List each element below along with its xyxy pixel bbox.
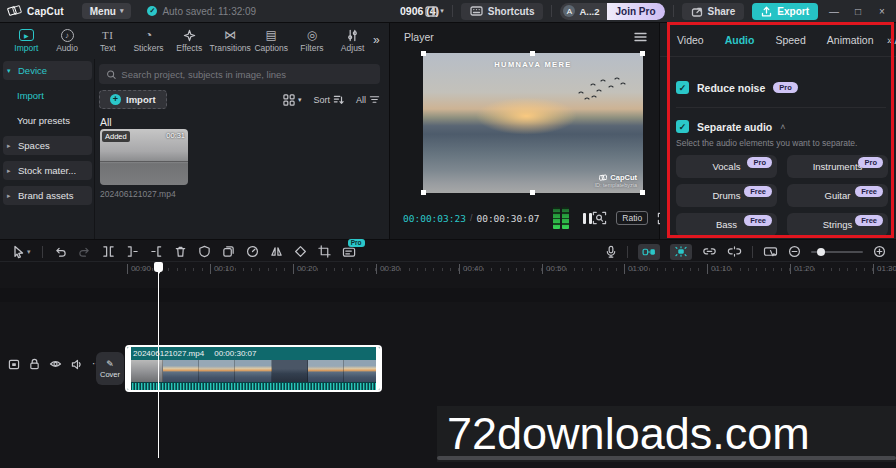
undo-icon[interactable] <box>54 246 67 258</box>
workspace-layout-button[interactable]: ▾ <box>425 6 444 17</box>
element-bass-button[interactable]: Bass Free <box>676 213 777 236</box>
import-media-button[interactable]: + Import <box>99 90 167 109</box>
tab-effects[interactable]: Effects <box>169 27 210 53</box>
smart-text-button[interactable]: Pro <box>342 245 357 258</box>
sidebar-item-your-presets[interactable]: Your presets <box>3 111 92 130</box>
separate-audio-checkbox[interactable]: ✓ <box>676 120 689 133</box>
preview-axis-icon[interactable] <box>763 246 778 258</box>
crop-icon[interactable] <box>318 245 331 258</box>
zoom-in-icon[interactable] <box>873 245 886 258</box>
speed-icon[interactable] <box>246 245 259 258</box>
record-voiceover-icon[interactable] <box>605 245 617 259</box>
tab-animation[interactable]: Animation <box>827 34 874 46</box>
reduce-noise-checkbox[interactable]: ✓ <box>676 81 689 94</box>
tab-filters[interactable]: ◎ Filters <box>292 27 333 53</box>
playhead-handle[interactable] <box>154 262 163 272</box>
resize-handle[interactable] <box>421 51 426 56</box>
tab-video[interactable]: Video <box>677 34 704 46</box>
collapse-panel-icon[interactable]: » <box>887 34 893 46</box>
trim-left-icon[interactable] <box>126 245 139 258</box>
mute-track-icon[interactable] <box>71 359 83 370</box>
pause-button[interactable] <box>583 213 592 224</box>
tab-import[interactable]: ▶ Import <box>6 27 47 53</box>
trim-right-icon[interactable] <box>150 245 163 258</box>
separate-audio-hint: Select the audio elements you want to se… <box>676 138 857 148</box>
capcut-app: CapCut Menu ▾ ✓ Auto saved: 11:32:09 090… <box>0 0 896 468</box>
resize-handle[interactable] <box>530 51 535 56</box>
auto-linkage-button[interactable] <box>670 244 692 260</box>
export-button[interactable]: Export <box>752 3 818 20</box>
sidebar-item-brand-assets[interactable]: ▸ Brand assets <box>3 186 92 205</box>
search-input[interactable] <box>121 69 373 80</box>
resize-handle[interactable] <box>530 190 535 195</box>
horizontal-scrollbar[interactable] <box>437 456 896 460</box>
section-label: All <box>100 116 112 128</box>
player-menu-icon[interactable] <box>634 32 647 42</box>
link-icon[interactable] <box>702 246 717 257</box>
tab-captions[interactable]: ▤ Captions <box>251 27 292 53</box>
toolbar-more-button[interactable]: » <box>373 27 385 47</box>
view-mode-button[interactable]: ▾ <box>283 94 302 106</box>
delete-icon[interactable] <box>174 245 187 258</box>
share-button[interactable]: Share <box>682 3 745 20</box>
account-button[interactable]: A A...2 <box>560 3 606 20</box>
sort-button[interactable]: Sort <box>313 94 344 105</box>
filter-button[interactable]: All <box>356 94 380 105</box>
window-maximize-button[interactable]: □ <box>850 6 866 17</box>
select-tool-button[interactable]: ▾ <box>12 245 31 259</box>
sidebar-item-spaces[interactable]: ▸ Spaces <box>3 136 92 155</box>
free-badge: Free <box>855 186 883 197</box>
tab-speed[interactable]: Speed <box>775 34 805 46</box>
tab-audio[interactable]: ♪ Audio <box>47 27 88 53</box>
zoom-slider-knob[interactable] <box>817 248 825 256</box>
tab-audio[interactable]: Audio <box>725 34 755 46</box>
shortcuts-button[interactable]: Shortcuts <box>461 3 544 20</box>
cover-button[interactable]: ✎ Cover <box>96 352 124 385</box>
hide-track-icon[interactable] <box>49 359 62 369</box>
menu-button[interactable]: Menu ▾ <box>82 3 132 19</box>
resize-handle[interactable] <box>421 190 426 195</box>
media-item-thumbnail[interactable]: Added 00:31 <box>100 129 188 185</box>
capcut-watermark-icon <box>599 174 607 182</box>
rotate-icon[interactable] <box>294 245 307 258</box>
track-type-icon[interactable] <box>8 359 20 370</box>
element-vocals-button[interactable]: Vocals Pro <box>676 155 777 178</box>
clip-trim-handle-right[interactable] <box>376 347 380 390</box>
preview-quality-icon[interactable] <box>592 211 607 225</box>
tab-transitions[interactable]: ⋈ Transitions <box>210 27 251 53</box>
magnetic-snap-button[interactable] <box>638 244 660 260</box>
plus-icon: + <box>110 94 121 105</box>
element-guitar-button[interactable]: Guitar Free <box>787 184 888 207</box>
lock-icon[interactable] <box>29 358 40 370</box>
playhead[interactable] <box>158 262 159 458</box>
ratio-button[interactable]: Ratio <box>616 211 648 225</box>
chevron-down-icon: ▾ <box>440 7 444 15</box>
window-minimize-button[interactable]: — <box>826 6 842 17</box>
element-instruments-button[interactable]: Instruments Pro <box>787 155 888 178</box>
timeline-ruler[interactable]: 00:00 00:10 00:20 00:30 00:40 00:50 01:0… <box>0 262 896 278</box>
sidebar-item-stock-materials[interactable]: ▸ Stock mater... <box>3 161 92 180</box>
timeline-zoom-slider[interactable] <box>811 251 863 253</box>
tab-adjust[interactable]: Adjust <box>332 27 373 53</box>
clip-trim-handle-left[interactable] <box>127 347 131 390</box>
overlay-icon[interactable] <box>222 245 235 258</box>
resize-handle[interactable] <box>640 190 645 195</box>
video-clip[interactable]: 202406121027.mp4 00:00:30:07 <box>125 345 382 392</box>
split-icon[interactable] <box>102 245 115 258</box>
window-close-button[interactable]: × <box>874 6 890 17</box>
redo-icon[interactable] <box>78 246 91 258</box>
zoom-out-icon[interactable] <box>788 245 801 258</box>
resize-handle[interactable] <box>640 51 645 56</box>
tab-text[interactable]: TI Text <box>87 27 128 53</box>
mirror-icon[interactable] <box>270 245 283 258</box>
tab-stickers[interactable]: ◔ Stickers <box>128 27 169 53</box>
sidebar-item-import[interactable]: Import <box>3 86 92 105</box>
join-pro-button[interactable]: Join Pro <box>607 3 665 20</box>
unlink-icon[interactable] <box>727 246 742 257</box>
element-drums-button[interactable]: Drums Free <box>676 184 777 207</box>
mask-icon[interactable] <box>198 245 211 258</box>
sidebar-item-device[interactable]: ▾ Device <box>3 61 92 80</box>
video-preview[interactable]: HUMNAVA MERE CapCut ID: templatebyzia <box>423 53 643 193</box>
element-strings-button[interactable]: Strings Free <box>787 213 888 236</box>
collapse-section-icon[interactable]: ˄ <box>780 122 785 132</box>
